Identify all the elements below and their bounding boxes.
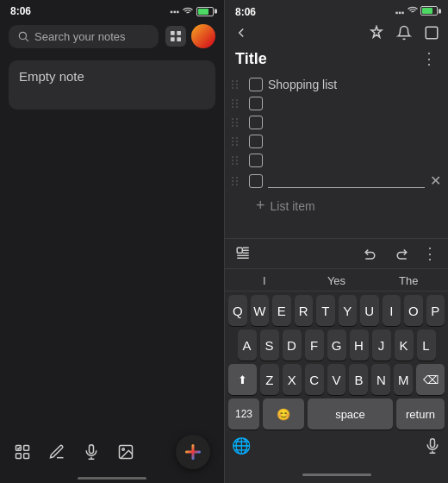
svg-point-12 bbox=[122, 448, 125, 451]
redo-icon[interactable] bbox=[393, 246, 408, 261]
checkbox[interactable] bbox=[249, 174, 263, 188]
key-P[interactable]: P bbox=[426, 295, 445, 326]
checkbox[interactable] bbox=[249, 116, 263, 129]
right-toolbar bbox=[225, 22, 448, 46]
key-D[interactable]: D bbox=[283, 329, 302, 361]
key-Y[interactable]: Y bbox=[339, 295, 358, 326]
suggestion-1[interactable]: I bbox=[228, 274, 301, 287]
key-L[interactable]: L bbox=[417, 329, 436, 361]
left-bottom-bar bbox=[0, 428, 224, 483]
key-F[interactable]: F bbox=[305, 329, 324, 361]
microphone-icon[interactable] bbox=[83, 443, 100, 461]
list-item bbox=[232, 132, 441, 151]
globe-icon[interactable]: 🌐 bbox=[232, 436, 251, 455]
svg-point-0 bbox=[19, 32, 26, 39]
key-Q[interactable]: Q bbox=[228, 295, 247, 326]
svg-rect-5 bbox=[177, 37, 181, 41]
svg-rect-8 bbox=[16, 454, 22, 459]
photo-icon[interactable] bbox=[117, 443, 134, 461]
suggestion-3[interactable]: The bbox=[372, 274, 445, 287]
note-more-button[interactable]: ⋮ bbox=[421, 49, 438, 68]
wifi-icon-right bbox=[408, 5, 418, 16]
key-A[interactable]: A bbox=[238, 329, 257, 361]
checkbox[interactable] bbox=[249, 154, 263, 167]
key-K[interactable]: K bbox=[395, 329, 414, 361]
drag-handle[interactable] bbox=[232, 177, 242, 185]
nums-key[interactable]: 123 bbox=[228, 398, 259, 430]
key-Z[interactable]: Z bbox=[260, 364, 279, 395]
key-V[interactable]: V bbox=[327, 364, 346, 395]
delete-key[interactable]: ⌫ bbox=[416, 364, 445, 395]
list-item bbox=[232, 151, 441, 170]
drag-handle[interactable] bbox=[232, 80, 242, 89]
avatar[interactable] bbox=[191, 24, 215, 48]
drag-handle[interactable] bbox=[232, 99, 242, 108]
key-E[interactable]: E bbox=[272, 295, 291, 326]
key-N[interactable]: N bbox=[371, 364, 390, 395]
grid-view-icon[interactable] bbox=[165, 26, 186, 47]
key-I[interactable]: I bbox=[383, 295, 401, 326]
list-item-input[interactable] bbox=[268, 174, 425, 188]
bottom-toolbar bbox=[14, 443, 134, 461]
insert-block-icon[interactable] bbox=[235, 246, 251, 261]
editor-toolbar-right: ⋮ bbox=[364, 244, 438, 263]
key-X[interactable]: X bbox=[283, 364, 302, 395]
return-key[interactable]: return bbox=[396, 398, 445, 430]
plus-icon bbox=[184, 442, 202, 461]
key-S[interactable]: S bbox=[260, 329, 279, 361]
key-C[interactable]: C bbox=[305, 364, 324, 395]
key-row-1: Q W E R T Y U I O P bbox=[228, 295, 445, 326]
svg-line-1 bbox=[26, 39, 28, 41]
right-status-icons: ▪▪▪ bbox=[395, 5, 438, 18]
empty-note-label: Empty note bbox=[19, 69, 84, 84]
checkbox[interactable] bbox=[249, 135, 263, 148]
key-R[interactable]: R bbox=[295, 295, 314, 326]
checklist-icon[interactable] bbox=[14, 443, 31, 461]
search-placeholder: Search your notes bbox=[34, 30, 126, 43]
left-status-icons: ▪▪▪ bbox=[170, 6, 214, 16]
emoji-key[interactable]: 😊 bbox=[263, 398, 304, 430]
list-item-text[interactable]: Shopping list bbox=[268, 78, 441, 91]
undo-icon[interactable] bbox=[364, 246, 379, 261]
keyboard-rows: Q W E R T Y U I O P A S D F G H J K bbox=[225, 292, 448, 430]
editor-toolbar: ⋮ bbox=[225, 238, 448, 268]
pencil-icon[interactable] bbox=[48, 443, 65, 461]
clear-item-button[interactable]: ✕ bbox=[430, 172, 441, 189]
checklist-area: Shopping list ✕ bbox=[225, 75, 448, 235]
key-M[interactable]: M bbox=[394, 364, 413, 395]
key-J[interactable]: J bbox=[372, 329, 391, 361]
key-U[interactable]: U bbox=[360, 295, 379, 326]
svg-rect-7 bbox=[24, 446, 29, 451]
empty-note-card[interactable]: Empty note bbox=[9, 60, 215, 110]
keyboard-mic-icon[interactable] bbox=[424, 437, 441, 455]
svg-rect-9 bbox=[24, 454, 29, 459]
key-O[interactable]: O bbox=[404, 295, 423, 326]
bell-icon[interactable] bbox=[396, 25, 412, 41]
shift-key[interactable]: ⬆ bbox=[228, 364, 257, 395]
note-title[interactable]: Title bbox=[235, 50, 267, 68]
key-T[interactable]: T bbox=[316, 295, 335, 326]
key-W[interactable]: W bbox=[251, 295, 270, 326]
drag-handle[interactable] bbox=[232, 156, 242, 165]
space-key[interactable]: space bbox=[308, 398, 393, 430]
new-note-fab[interactable] bbox=[176, 435, 210, 469]
suggestion-2[interactable]: Yes bbox=[301, 274, 373, 287]
key-row-3: ⬆ Z X C V B N M ⌫ bbox=[228, 364, 445, 395]
back-button[interactable] bbox=[233, 25, 249, 41]
more-square-icon[interactable] bbox=[424, 25, 439, 41]
key-G[interactable]: G bbox=[327, 329, 346, 361]
checkbox[interactable] bbox=[249, 97, 263, 110]
pin-icon[interactable] bbox=[369, 25, 384, 41]
drag-handle[interactable] bbox=[232, 118, 242, 127]
left-time: 8:06 bbox=[10, 5, 31, 17]
checkbox[interactable] bbox=[249, 78, 263, 91]
search-input-wrap[interactable]: Search your notes bbox=[9, 25, 159, 48]
key-B[interactable]: B bbox=[349, 364, 368, 395]
add-item-row[interactable]: + List item bbox=[232, 191, 441, 220]
left-panel: 8:06 ▪▪▪ Search your notes bbox=[0, 0, 224, 483]
editor-more-button[interactable]: ⋮ bbox=[422, 244, 438, 263]
drag-handle[interactable] bbox=[232, 137, 242, 146]
list-item bbox=[232, 113, 441, 132]
key-H[interactable]: H bbox=[350, 329, 369, 361]
battery-icon-right bbox=[420, 6, 438, 16]
